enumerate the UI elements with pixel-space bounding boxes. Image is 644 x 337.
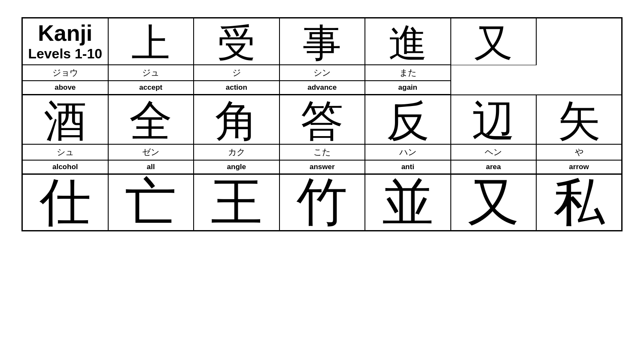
reading-all: ゼン bbox=[108, 144, 194, 160]
kanji-partial-4: 竹 bbox=[279, 174, 365, 231]
meaning-all: all bbox=[108, 160, 194, 174]
kanji-cell-accept: 受 bbox=[194, 18, 279, 65]
kanji-cell-anti: 反 bbox=[365, 95, 451, 145]
kanji-partial-2: 亡 bbox=[108, 174, 194, 231]
app-title: Kanji bbox=[24, 21, 107, 46]
app-subtitle: Levels 1-10 bbox=[24, 46, 107, 62]
kanji-cell-arrow: 矢 bbox=[536, 95, 622, 145]
meaning-area: area bbox=[451, 160, 537, 174]
kanji-cell-area: 辺 bbox=[451, 95, 537, 145]
reading-area: ヘン bbox=[451, 144, 537, 160]
meaning-anti: anti bbox=[365, 160, 451, 174]
reading-again: また bbox=[365, 65, 451, 81]
reading-alcohol: シュ bbox=[22, 144, 108, 160]
kanji-cell-action: 事 bbox=[279, 18, 365, 65]
reading-angle: カク bbox=[194, 144, 279, 160]
kanji-cell-advance: 進 bbox=[365, 18, 451, 65]
row-1-reading: ジョウ ジュ ジ シン また bbox=[22, 65, 622, 81]
meaning-again: again bbox=[365, 81, 451, 95]
kanji-partial-5: 並 bbox=[365, 174, 451, 231]
row-3-kanji-partial: 仕 亡 王 竹 並 又 私 bbox=[22, 174, 622, 231]
kanji-cell-again: 又 bbox=[451, 18, 537, 65]
meaning-answer: answer bbox=[279, 160, 365, 174]
row-1-kanji: Kanji Levels 1-10 上 受 事 進 又 bbox=[22, 18, 622, 65]
meaning-action: action bbox=[194, 81, 279, 95]
row-1-meaning: above accept action advance again bbox=[22, 81, 622, 95]
meaning-accept: accept bbox=[108, 81, 194, 95]
kanji-char: 上 bbox=[110, 22, 192, 64]
reading-advance: シン bbox=[279, 65, 365, 81]
kanji-cell-angle: 角 bbox=[194, 95, 279, 145]
title-cell: Kanji Levels 1-10 bbox=[22, 18, 108, 65]
reading-answer: こた bbox=[279, 144, 365, 160]
kanji-partial-1: 仕 bbox=[22, 174, 108, 231]
kanji-cell-above: 上 bbox=[108, 18, 194, 65]
meaning-angle: angle bbox=[194, 160, 279, 174]
kanji-partial-6: 又 bbox=[451, 174, 537, 231]
meaning-arrow: arrow bbox=[536, 160, 622, 174]
row-2-reading: シュ ゼン カク こた ハン ヘン や bbox=[22, 144, 622, 160]
kanji-cell-alcohol: 酒 bbox=[22, 95, 108, 145]
kanji-partial-7: 私 bbox=[536, 174, 622, 231]
reading-anti: ハン bbox=[365, 144, 451, 160]
kanji-cell-answer: 答 bbox=[279, 95, 365, 145]
meaning-above: above bbox=[22, 81, 108, 95]
kanji-char: 又 bbox=[453, 22, 535, 64]
kanji-table: Kanji Levels 1-10 上 受 事 進 又 ジョウ ジュ ジ シン … bbox=[21, 17, 623, 231]
reading-action: ジ bbox=[194, 65, 279, 81]
meaning-alcohol: alcohol bbox=[22, 160, 108, 174]
kanji-char: 事 bbox=[282, 22, 363, 64]
kanji-partial-3: 王 bbox=[194, 174, 279, 231]
reading-accept: ジュ bbox=[108, 65, 194, 81]
reading-arrow: や bbox=[536, 144, 622, 160]
kanji-cell-all: 全 bbox=[108, 95, 194, 145]
row-2-kanji: 酒 全 角 答 反 辺 矢 bbox=[22, 95, 622, 145]
meaning-advance: advance bbox=[279, 81, 365, 95]
row-2-meaning: alcohol all angle answer anti area arrow bbox=[22, 160, 622, 174]
kanji-char: 受 bbox=[196, 22, 277, 64]
kanji-char: 進 bbox=[367, 22, 449, 64]
reading-above: ジョウ bbox=[22, 65, 108, 81]
